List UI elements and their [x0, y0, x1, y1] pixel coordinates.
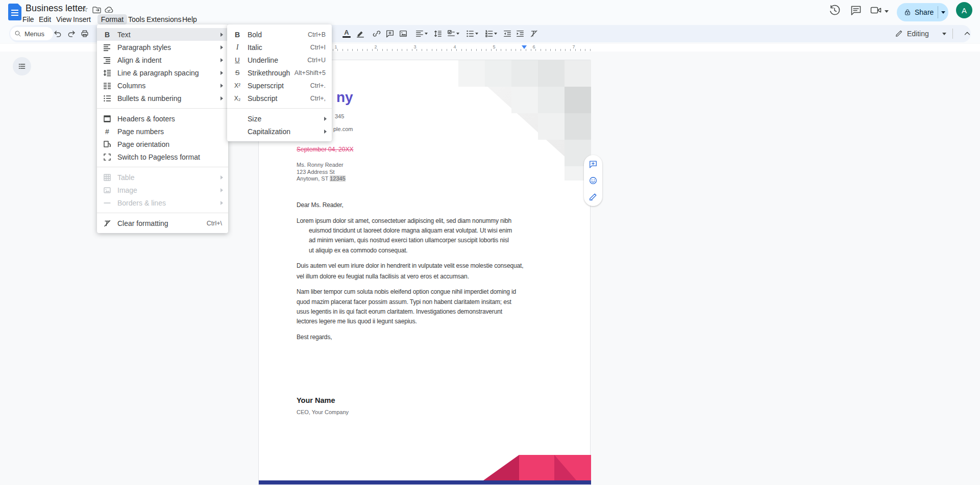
paragraph-line: ad minim veniam, quis nostrud exerci tat… [309, 237, 509, 244]
bulleted-list-icon[interactable] [465, 29, 475, 38]
menubar-item-edit[interactable]: Edit [39, 14, 51, 24]
print-icon[interactable] [80, 29, 89, 38]
insert-image-icon[interactable] [399, 29, 408, 38]
move-folder-icon[interactable] [92, 5, 102, 15]
align-left-icon[interactable] [415, 29, 424, 38]
redo-icon[interactable] [67, 29, 76, 38]
shortcut-label: Ctrl+. [310, 82, 326, 89]
format-menu-item-bullets-numbering[interactable]: Bullets & numbering [97, 92, 228, 105]
signature-name: Your Name [297, 396, 335, 404]
add-comment-icon[interactable] [385, 29, 395, 38]
recipient-city-prefix: Anytown, ST [297, 175, 330, 182]
meet-video-icon[interactable] [870, 4, 882, 16]
recipient-zip-highlighted: 12345 [330, 175, 346, 182]
share-caret-icon[interactable] [941, 11, 945, 14]
checklist-caret-icon[interactable] [456, 33, 459, 35]
menubar-item-file[interactable]: File [22, 14, 34, 24]
checklist-icon[interactable] [447, 29, 456, 38]
add-comment-fab-icon[interactable] [589, 160, 598, 169]
ruler-number: 5 [493, 44, 495, 49]
bulleted-list-caret-icon[interactable] [475, 33, 478, 35]
strikethrough-icon: S [232, 69, 242, 76]
text-submenu-item-superscript[interactable]: X² Superscript Ctrl+. [227, 79, 332, 92]
editing-mode-dropdown[interactable]: Editing [895, 27, 946, 40]
line-spacing-icon [102, 69, 112, 77]
comments-icon[interactable] [850, 4, 862, 16]
docs-logo-icon[interactable] [8, 4, 21, 20]
ruler-indent-marker[interactable] [522, 45, 527, 49]
emoji-react-fab-icon[interactable] [589, 176, 598, 185]
text-submenu-item-size[interactable]: Size [227, 112, 332, 125]
numbered-list-caret-icon[interactable] [494, 33, 497, 35]
clear-formatting-icon [102, 219, 112, 227]
avatar[interactable]: A [956, 2, 972, 18]
submenu-arrow-icon [220, 45, 223, 49]
format-menu-item-line-spacing[interactable]: Line & paragraph spacing [97, 66, 228, 79]
clear-formatting-icon[interactable] [529, 29, 538, 38]
undo-icon[interactable] [53, 29, 62, 38]
increase-indent-icon[interactable] [516, 29, 525, 38]
submenu-arrow-icon [324, 130, 327, 134]
format-menu-item-headers-footers[interactable]: Headers & footers [97, 112, 228, 125]
menubar-item-format[interactable]: Format [97, 14, 127, 24]
star-icon[interactable]: ☆ [80, 5, 89, 14]
suggest-edits-fab-icon[interactable] [589, 192, 598, 201]
paragraph-line: vel illum dolore eu feugiat nulla facili… [297, 273, 469, 280]
table-icon [102, 173, 112, 182]
subscript-icon: X₂ [232, 95, 242, 102]
insert-link-icon[interactable] [372, 29, 381, 38]
paragraph-line: Nam liber tempor cum soluta nobis eleife… [297, 288, 516, 295]
highlight-color-icon[interactable] [356, 29, 365, 38]
format-menu-item-columns[interactable]: Columns [97, 79, 228, 92]
page-orientation-icon [102, 140, 112, 148]
editing-caret-icon [942, 33, 946, 35]
format-menu-item-image: Image [97, 184, 228, 196]
text-submenu-item-strikethrough[interactable]: S Strikethrough Alt+Shift+5 [227, 66, 332, 79]
format-menu-item-text[interactable]: B Text [97, 28, 228, 41]
menubar-item-insert[interactable]: Insert [73, 14, 91, 24]
submenu-arrow-icon [220, 33, 223, 37]
outline-icon [18, 62, 26, 70]
text-submenu-item-italic[interactable]: I Italic Ctrl+I [227, 41, 332, 54]
pageless-format-icon [102, 153, 112, 161]
text-submenu-item-underline[interactable]: U Underline Ctrl+U [227, 54, 332, 66]
text-submenu-item-bold[interactable]: B Bold Ctrl+B [227, 28, 332, 41]
menubar-item-extensions[interactable]: Extensions [146, 14, 181, 24]
format-menu-item-clear-formatting[interactable]: Clear formatting Ctrl+\ [97, 217, 228, 229]
cloud-saved-icon[interactable] [104, 5, 114, 15]
numbered-list-icon[interactable] [484, 29, 494, 38]
format-menu-item-page-numbers[interactable]: # Page numbers [97, 125, 228, 138]
format-menu-item-pageless[interactable]: Switch to Pageless format [97, 150, 228, 163]
collapse-toolbar-icon[interactable] [963, 29, 972, 38]
ruler-number: 7 [572, 44, 575, 49]
page-decoration-rect [519, 455, 554, 480]
menubar-item-tools[interactable]: Tools [128, 14, 145, 24]
submenu-arrow-icon [220, 188, 223, 192]
menubar-item-help[interactable]: Help [182, 14, 197, 24]
format-menu-item-align-indent[interactable]: Align & indent [97, 54, 228, 66]
share-label: Share [915, 8, 934, 16]
meet-caret-icon[interactable] [885, 10, 889, 13]
shortcut-label: Ctrl+U [307, 57, 326, 64]
decrease-indent-icon[interactable] [503, 29, 512, 38]
version-history-icon[interactable] [828, 4, 841, 16]
mosaic-square [511, 87, 538, 113]
line-spacing-icon[interactable] [433, 29, 443, 38]
menubar-item-view[interactable]: View [56, 14, 71, 24]
text-submenu-item-subscript[interactable]: X₂ Subscript Ctrl+, [227, 92, 332, 105]
text-submenu-item-capitalization[interactable]: Capitalization [227, 125, 332, 138]
columns-icon [102, 82, 112, 90]
share-button[interactable]: Share [897, 3, 948, 21]
salutation: Dear Ms. Reader, [297, 201, 344, 209]
submenu-arrow-icon [220, 201, 223, 205]
format-menu-item-page-orientation[interactable]: Page orientation [97, 138, 228, 150]
italic-icon: I [232, 43, 242, 52]
document-title[interactable]: Business letter [26, 3, 86, 14]
text-color-icon[interactable]: A [342, 29, 351, 38]
menus-search-button[interactable]: Menus [10, 27, 53, 40]
align-caret-icon[interactable] [425, 33, 428, 35]
text-submenu: B Bold Ctrl+B I Italic Ctrl+I U Underlin… [227, 24, 332, 141]
format-menu-item-paragraph-styles[interactable]: Paragraph styles [97, 41, 228, 54]
show-outline-button[interactable] [13, 57, 31, 75]
superscript-icon: X² [232, 82, 242, 89]
